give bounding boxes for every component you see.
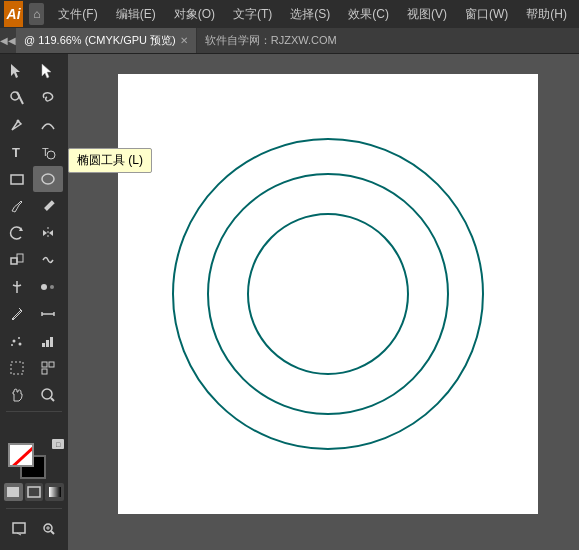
- svg-point-9: [42, 174, 54, 184]
- pencil-tool[interactable]: [33, 193, 63, 219]
- tool-row-6: [2, 193, 66, 219]
- tool-row-8: [2, 247, 66, 273]
- tool-row-12: [2, 355, 66, 381]
- menu-edit[interactable]: 编辑(E): [108, 4, 164, 25]
- svg-point-23: [13, 340, 16, 343]
- svg-rect-32: [49, 362, 54, 367]
- canvas-paper: [118, 74, 538, 514]
- svg-rect-40: [13, 523, 25, 533]
- fill-color-swatch[interactable]: [8, 443, 34, 467]
- warp-tool[interactable]: [33, 247, 63, 273]
- selection-tool[interactable]: [2, 58, 32, 84]
- svg-rect-38: [28, 487, 40, 497]
- toolbar: T T: [0, 54, 68, 550]
- menu-type[interactable]: 文字(T): [225, 4, 280, 25]
- menu-view[interactable]: 视图(V): [399, 4, 455, 25]
- svg-marker-13: [43, 230, 47, 236]
- gradient-icon[interactable]: [45, 483, 64, 501]
- circle-outer: [173, 139, 483, 449]
- svg-rect-31: [42, 362, 47, 367]
- tab-close-btn[interactable]: ✕: [180, 35, 188, 46]
- touch-type-tool[interactable]: T: [33, 139, 63, 165]
- paintbrush-tool[interactable]: [2, 193, 32, 219]
- menu-effect[interactable]: 效果(C): [340, 4, 397, 25]
- svg-point-26: [11, 344, 13, 346]
- slice-tool[interactable]: [33, 355, 63, 381]
- svg-point-24: [18, 337, 20, 339]
- eyedropper-tool[interactable]: [2, 301, 32, 327]
- ai-logo: Ai: [4, 1, 23, 27]
- curvature-tool[interactable]: [33, 112, 63, 138]
- menu-window[interactable]: 窗口(W): [457, 4, 516, 25]
- direct-selection-tool[interactable]: [33, 58, 63, 84]
- ellipse-tool[interactable]: [33, 166, 63, 192]
- svg-rect-33: [42, 369, 47, 374]
- tool-row-7: [2, 220, 66, 246]
- svg-point-17: [41, 284, 47, 290]
- svg-line-36: [10, 445, 34, 467]
- menu-object[interactable]: 对象(O): [166, 4, 223, 25]
- tab-collapse-btn[interactable]: ◀◀: [0, 28, 16, 53]
- rectangle-tool[interactable]: [2, 166, 32, 192]
- svg-rect-30: [11, 362, 23, 374]
- svg-line-35: [51, 398, 54, 401]
- tool-row-10: [2, 301, 66, 327]
- symbol-sprayer-tool[interactable]: [2, 328, 32, 354]
- type-tool[interactable]: T: [2, 139, 32, 165]
- hand-tool[interactable]: [2, 382, 32, 408]
- tool-row-2: [2, 85, 66, 111]
- svg-rect-10: [44, 200, 55, 211]
- color-section: □: [2, 433, 66, 505]
- menu-help[interactable]: 帮助(H): [518, 4, 575, 25]
- artboard-tool[interactable]: [2, 355, 32, 381]
- scale-tool[interactable]: [2, 247, 32, 273]
- svg-point-25: [19, 343, 22, 346]
- tab-bar: ◀◀ @ 119.66% (CMYK/GPU 预览) ✕ 软件自学网：RJZXW…: [0, 28, 579, 54]
- stroke-mode-icon[interactable]: [25, 483, 44, 501]
- rotate-tool[interactable]: [2, 220, 32, 246]
- tool-row-11: [2, 328, 66, 354]
- blend-tool[interactable]: [33, 274, 63, 300]
- canvas-svg: [118, 74, 538, 514]
- svg-line-43: [51, 531, 54, 534]
- tab-label: @ 119.66% (CMYK/GPU 预览): [24, 33, 176, 48]
- lasso-tool[interactable]: [33, 85, 63, 111]
- menu-select[interactable]: 选择(S): [282, 4, 338, 25]
- tool-row-hand-zoom: [2, 382, 66, 408]
- bar-chart-tool[interactable]: [33, 328, 63, 354]
- default-colors-icon[interactable]: □: [52, 439, 64, 449]
- circle-middle: [208, 174, 448, 414]
- svg-rect-16: [17, 254, 23, 262]
- svg-rect-8: [11, 175, 23, 184]
- menu-file[interactable]: 文件(F): [50, 4, 105, 25]
- canvas-area[interactable]: [68, 54, 579, 550]
- svg-rect-28: [46, 340, 49, 347]
- pen-tool[interactable]: [2, 112, 32, 138]
- reflect-tool[interactable]: [33, 220, 63, 246]
- svg-marker-0: [11, 64, 20, 78]
- zoom-tool[interactable]: [33, 382, 63, 408]
- home-icon[interactable]: ⌂: [29, 3, 44, 25]
- magic-wand-tool[interactable]: [2, 85, 32, 111]
- zoom-level-btn[interactable]: [35, 516, 65, 542]
- svg-rect-37: [7, 487, 19, 497]
- fill-mode-icon[interactable]: [4, 483, 23, 501]
- svg-point-19: [12, 318, 14, 320]
- tab-right-info: 软件自学网：RJZXW.COM: [197, 28, 579, 53]
- tool-row-pen: [2, 112, 66, 138]
- circle-inner: [248, 214, 408, 374]
- website-info: 软件自学网：RJZXW.COM: [205, 33, 337, 48]
- svg-text:T: T: [12, 145, 20, 160]
- tool-row-type: T T: [2, 139, 66, 165]
- svg-rect-29: [50, 337, 53, 347]
- svg-point-3: [11, 92, 19, 100]
- svg-marker-14: [49, 230, 53, 236]
- tool-row-shapes: [2, 166, 66, 192]
- tab-active[interactable]: @ 119.66% (CMYK/GPU 预览) ✕: [16, 28, 197, 53]
- bottom-divider: [6, 508, 62, 509]
- tool-row-9: [2, 274, 66, 300]
- width-tool[interactable]: [2, 274, 32, 300]
- measure-tool[interactable]: [33, 301, 63, 327]
- toolbar-divider: [6, 411, 62, 412]
- screen-mode-btn[interactable]: [4, 516, 34, 542]
